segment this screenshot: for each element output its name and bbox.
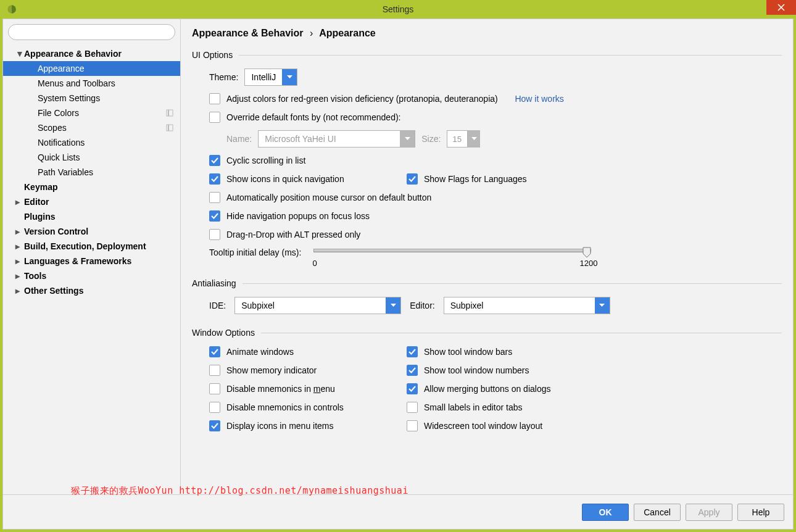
cancel-button[interactable]: Cancel [634, 504, 681, 521]
tree-item-appearance[interactable]: ▸Appearance [3, 61, 180, 76]
tooltip-delay-slider[interactable]: 0 1200 [313, 247, 591, 265]
group-ui-options: UI Options [192, 50, 782, 60]
antialiasing-body: IDE: Subpixel Editor: Subpixel [192, 297, 782, 314]
tree-item-system-settings[interactable]: ▸System Settings [3, 91, 180, 106]
checkbox-hide-popup[interactable] [209, 210, 220, 222]
slider-min: 0 [312, 259, 317, 268]
svg-rect-5 [167, 125, 173, 131]
search-wrap [3, 19, 180, 45]
aa-ide-label: IDE: [209, 301, 226, 310]
theme-value: IntelliJ [245, 72, 282, 82]
tree-item-file-colors[interactable]: ▸File Colors [3, 106, 180, 120]
checkbox-flags-lang[interactable] [407, 173, 418, 185]
aa-editor-label: Editor: [410, 301, 434, 310]
content-panel: Appearance & Behavior › Appearance UI Op… [181, 19, 793, 494]
checkbox-mnemonics-controls[interactable] [209, 402, 220, 413]
aa-editor-value: Subpixel [444, 301, 490, 310]
tree-item-notifications[interactable]: ▸Notifications [3, 135, 180, 150]
slider-track [313, 249, 591, 252]
aa-ide-dropdown[interactable]: Subpixel [234, 297, 401, 314]
label-flags-lang: Show Flags for Languages [424, 174, 527, 184]
close-button[interactable] [766, 0, 796, 15]
main-area: ▼Appearance & Behavior▸Appearance▸Menus … [3, 19, 793, 494]
tree-item-scopes[interactable]: ▸Scopes [3, 120, 180, 135]
label-dnd-alt: Drag-n-Drop with ALT pressed only [226, 230, 360, 239]
font-name-dropdown: Microsoft YaHei UI [258, 130, 415, 148]
tree-item-menus-and-toolbars[interactable]: ▸Menus and Toolbars [3, 76, 180, 91]
chevron-down-icon [468, 130, 480, 148]
checkbox-icons-quicknav[interactable] [209, 173, 220, 185]
theme-label: Theme: [209, 72, 238, 82]
help-button[interactable]: Help [737, 504, 784, 521]
label-icons-menu: Display icons in menu items [226, 421, 334, 431]
checkbox-widescreen[interactable] [407, 420, 418, 431]
how-it-works-link[interactable]: How it works [515, 94, 563, 104]
ui-options-body: Theme: IntelliJ Adjust colors for red-gr… [192, 69, 782, 265]
aa-ide-value: Subpixel [235, 301, 281, 310]
checkbox-icons-menu[interactable] [209, 420, 220, 431]
checkbox-auto-mouse[interactable] [209, 192, 220, 203]
window-title: Settings [383, 4, 414, 14]
checkbox-merge-dialogs[interactable] [407, 383, 418, 394]
window-body: ▼Appearance & Behavior▸Appearance▸Menus … [2, 19, 794, 530]
checkbox-tool-numbers[interactable] [407, 365, 418, 376]
theme-dropdown[interactable]: IntelliJ [244, 69, 297, 86]
chevron-down-icon [400, 131, 415, 147]
svg-rect-6 [168, 125, 169, 131]
tree-item-path-variables[interactable]: ▸Path Variables [3, 165, 180, 180]
footer: OK Cancel Apply Help [3, 494, 793, 529]
aa-editor-dropdown[interactable]: Subpixel [444, 297, 610, 314]
checkbox-tool-bars[interactable] [407, 346, 418, 357]
checkbox-memory-indicator[interactable] [209, 365, 220, 376]
chevron-down-icon [595, 297, 610, 314]
search-input[interactable] [8, 24, 175, 40]
tree-item-appearance-behavior[interactable]: ▼Appearance & Behavior [3, 46, 180, 61]
breadcrumb-category: Appearance & Behavior [192, 28, 304, 38]
window-options-body: Animate windows Show tool window bars Sh… [192, 346, 782, 431]
label-tool-bars: Show tool window bars [424, 347, 512, 357]
breadcrumb-page: Appearance [319, 28, 376, 38]
group-antialiasing-label: Antialiasing [192, 278, 236, 288]
svg-rect-4 [168, 110, 169, 116]
ok-button[interactable]: OK [582, 504, 629, 521]
label-icons-quicknav: Show icons in quick navigation [226, 174, 344, 184]
checkbox-small-labels[interactable] [407, 402, 418, 413]
checkbox-cyclic[interactable] [209, 155, 220, 166]
checkbox-override-fonts[interactable] [209, 112, 220, 123]
sidebar: ▼Appearance & Behavior▸Appearance▸Menus … [3, 19, 181, 494]
font-name-label: Name: [226, 134, 252, 144]
tree-item-editor[interactable]: ▸Editor [3, 194, 180, 209]
slider-thumb-icon [582, 247, 591, 258]
tree-item-keymap[interactable]: ▸Keymap [3, 180, 180, 194]
label-cyclic: Cyclic scrolling in list [226, 156, 305, 165]
svg-rect-3 [167, 110, 173, 116]
watermark-text: 猴子搬来的救兵WooYun http://blog.csdn.net/mynam… [71, 485, 408, 497]
tree-item-other-settings[interactable]: ▸Other Settings [3, 283, 180, 298]
checkbox-animate-windows[interactable] [209, 346, 220, 357]
project-icon [165, 109, 174, 117]
tree-item-version-control[interactable]: ▸Version Control [3, 224, 180, 239]
checkbox-adjust-colors[interactable] [209, 93, 220, 104]
tooltip-delay-label: Tooltip initial delay (ms): [209, 247, 301, 257]
divider [239, 55, 782, 56]
checkbox-dnd-alt[interactable] [209, 229, 220, 240]
apply-button[interactable]: Apply [686, 504, 732, 521]
chevron-down-icon [282, 69, 297, 85]
checkbox-mnemonics-menu[interactable] [209, 383, 220, 394]
tree-item-languages-frameworks[interactable]: ▸Languages & Frameworks [3, 254, 180, 268]
close-icon [777, 4, 785, 11]
tree-item-build-execution-deployment[interactable]: ▸Build, Execution, Deployment [3, 239, 180, 254]
font-size-input [447, 130, 468, 148]
label-tool-numbers: Show tool window numbers [424, 365, 529, 375]
tree-item-plugins[interactable]: ▸Plugins [3, 209, 180, 224]
tree-item-tools[interactable]: ▸Tools [3, 268, 180, 283]
group-window-options: Window Options [192, 328, 782, 338]
label-mnemonics-menu: Disable mnemonics in menu [226, 384, 335, 394]
label-mnemonics-controls: Disable mnemonics in controls [226, 402, 344, 412]
label-memory-indicator: Show memory indicator [226, 365, 317, 375]
settings-tree[interactable]: ▼Appearance & Behavior▸Appearance▸Menus … [3, 45, 180, 494]
tree-item-quick-lists[interactable]: ▸Quick Lists [3, 150, 180, 165]
font-size-label: Size: [421, 134, 441, 144]
app-icon [6, 4, 17, 15]
breadcrumb-separator: › [310, 28, 313, 38]
